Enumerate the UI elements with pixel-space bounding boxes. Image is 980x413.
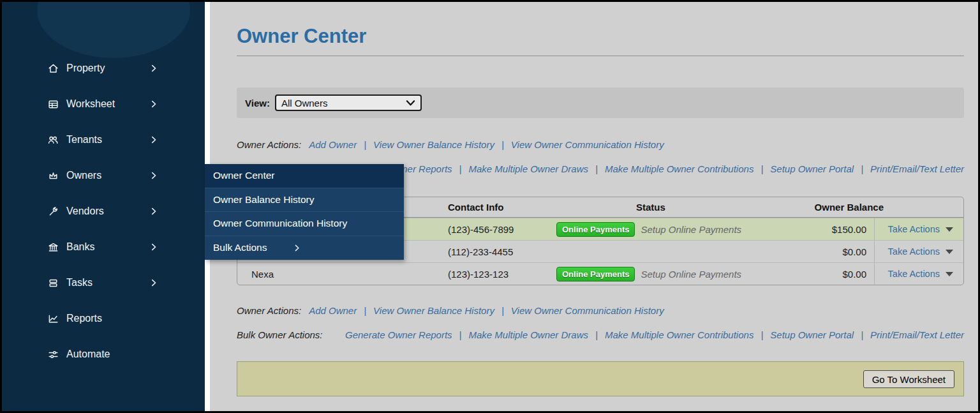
link-separator: |: [459, 329, 462, 340]
caret-down-icon: [946, 250, 953, 254]
link-separator: |: [364, 305, 366, 316]
chevron-right-icon: [149, 135, 159, 145]
make-multiple-owner-draws-link[interactable]: Make Multiple Owner Draws: [468, 163, 588, 174]
owner-name-cell: Nexa: [237, 269, 443, 280]
submenu-item-owner-communication-history[interactable]: Owner Communication History: [205, 212, 404, 236]
take-actions-cell[interactable]: Take Actions: [874, 218, 963, 240]
sidebar-item-label: Owners: [66, 170, 101, 181]
owner-actions-label: Owner Actions:: [237, 139, 301, 150]
add-owner-link[interactable]: Add Owner: [309, 139, 357, 150]
bank-icon: [47, 241, 59, 253]
view-owner-communication-history-link[interactable]: View Owner Communication History: [511, 305, 664, 316]
sidebar-item-reports[interactable]: Reports: [2, 301, 205, 336]
sidebar-item-property[interactable]: Property: [2, 50, 205, 86]
chart-icon: [47, 312, 59, 325]
print-email-text-letter-link[interactable]: Print/Email/Text Letter: [870, 329, 964, 340]
view-owner-balance-history-link[interactable]: View Owner Balance History: [373, 305, 494, 316]
owner-actions-row-top: Owner Actions:Add Owner|View Owner Balan…: [237, 139, 964, 152]
caret-down-icon: [946, 227, 953, 232]
column-header-owner-balance: Owner Balance: [753, 202, 884, 213]
view-select[interactable]: All Owners: [275, 94, 422, 111]
view-label: View:: [245, 98, 270, 109]
link-separator: |: [761, 329, 763, 340]
take-actions-link[interactable]: Take Actions: [888, 224, 940, 234]
view-owner-balance-history-link[interactable]: View Owner Balance History: [373, 139, 494, 150]
go-to-worksheet-button[interactable]: Go To Worksheet: [863, 370, 954, 388]
status-cell: Online Payments Setup Online Payments: [556, 267, 753, 282]
contact-info-cell: (123)-123-123: [443, 269, 556, 280]
submenu-item-owner-balance-history[interactable]: Owner Balance History: [205, 188, 404, 213]
link-separator: |: [364, 139, 366, 150]
submenu-item-bulk-actions[interactable]: Bulk Actions: [205, 236, 404, 260]
take-actions-link[interactable]: Take Actions: [888, 246, 940, 257]
sidebar-item-tasks[interactable]: Tasks: [2, 265, 205, 301]
sidebar-item-label: Tenants: [66, 134, 102, 146]
sidebar-item-banks[interactable]: Banks: [2, 229, 205, 265]
sidebar-item-automate[interactable]: Automate: [2, 336, 205, 372]
link-separator: |: [595, 329, 598, 340]
print-email-text-letter-link[interactable]: Print/Email/Text Letter: [870, 163, 964, 174]
view-bar: View: All Owners: [237, 87, 964, 118]
sidebar-item-owners[interactable]: Owners: [2, 158, 205, 193]
worksheet-icon: [47, 98, 59, 110]
link-separator: |: [861, 163, 863, 174]
make-multiple-owner-draws-link[interactable]: Make Multiple Owner Draws: [468, 329, 588, 340]
wrench-icon: [47, 205, 59, 218]
column-header-actions: [884, 197, 963, 217]
setup-owner-portal-link[interactable]: Setup Owner Portal: [770, 163, 854, 174]
owner-balance-cell: $150.00: [753, 224, 874, 235]
owner-actions-row-bottom: Owner Actions:Add Owner|View Owner Balan…: [237, 305, 964, 318]
link-separator: |: [595, 163, 598, 174]
owner-balance-cell: $0.00: [753, 246, 874, 257]
sidebar-item-vendors[interactable]: Vendors: [2, 193, 205, 229]
submenu-item-label: Owner Balance History: [213, 194, 315, 206]
submenu-item-owner-center[interactable]: Owner Center: [205, 164, 404, 188]
status-cell: Online Payments Setup Online Payments: [556, 222, 753, 237]
sidebar-item-label: Reports: [66, 313, 102, 324]
chevron-right-icon: [149, 206, 159, 216]
sidebar: Property Worksheet Tenants Owners Vendor…: [2, 2, 205, 411]
setup-online-payments-link[interactable]: Setup Online Payments: [641, 269, 741, 280]
setup-owner-portal-link[interactable]: Setup Owner Portal: [770, 329, 854, 340]
online-payments-badge[interactable]: Online Payments: [556, 222, 635, 237]
view-select-value: All Owners: [281, 98, 328, 109]
submenu-item-label: Owner Communication History: [213, 218, 347, 229]
bulk-owner-actions-row-bottom: Bulk Owner Actions:Generate Owner Report…: [237, 329, 964, 342]
page-title: Owner Center: [237, 25, 366, 48]
link-separator: |: [861, 329, 863, 340]
link-separator: |: [761, 163, 763, 174]
add-owner-link[interactable]: Add Owner: [309, 305, 357, 316]
chevron-right-icon: [149, 242, 159, 252]
take-actions-link[interactable]: Take Actions: [888, 269, 940, 279]
table-row: Nexa (123)-123-123 Online Payments Setup…: [237, 262, 963, 285]
tasks-icon: [47, 276, 59, 289]
sidebar-item-tenants[interactable]: Tenants: [2, 122, 205, 158]
caret-down-icon: [946, 272, 953, 276]
sidebar-logo-glow: [37, 2, 190, 58]
generate-owner-reports-link[interactable]: Generate Owner Reports: [345, 329, 452, 340]
crown-icon: [47, 169, 59, 182]
view-owner-communication-history-link[interactable]: View Owner Communication History: [511, 139, 664, 150]
setup-online-payments-link[interactable]: Setup Online Payments: [641, 224, 741, 235]
sidebar-item-label: Vendors: [66, 206, 104, 217]
chevron-right-icon: [149, 170, 159, 181]
sidebar-item-label: Property: [66, 63, 105, 74]
chevron-right-icon: [149, 278, 159, 288]
chevron-right-icon: [149, 99, 159, 109]
worksheet-footer-bar: Go To Worksheet: [237, 361, 964, 396]
contact-info-cell: (123)-456-7899: [443, 224, 556, 235]
sidebar-nav: Property Worksheet Tenants Owners Vendor…: [2, 50, 205, 372]
link-separator: |: [459, 163, 462, 174]
make-multiple-owner-contributions-link[interactable]: Make Multiple Owner Contributions: [605, 329, 754, 340]
take-actions-cell[interactable]: Take Actions: [874, 263, 963, 285]
online-payments-badge[interactable]: Online Payments: [556, 267, 635, 282]
tenants-icon: [47, 133, 59, 146]
column-header-contact-info: Contact Info: [443, 202, 556, 213]
owners-submenu: Owner Center Owner Balance History Owner…: [205, 164, 404, 260]
title-divider: [237, 56, 964, 56]
make-multiple-owner-contributions-link[interactable]: Make Multiple Owner Contributions: [605, 163, 754, 174]
sidebar-item-worksheet[interactable]: Worksheet: [2, 86, 205, 122]
owner-actions-label: Owner Actions:: [237, 305, 301, 316]
take-actions-cell[interactable]: Take Actions: [874, 241, 963, 262]
contact-info-cell: (112)-233-4455: [443, 246, 556, 257]
